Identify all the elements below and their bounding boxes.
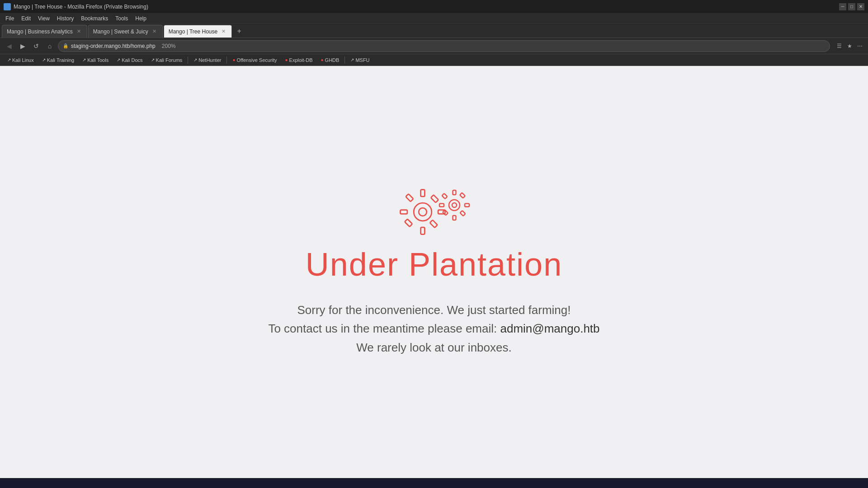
gears-illustration xyxy=(398,187,470,237)
url-text: staging-order.mango.htb/home.php xyxy=(71,43,156,49)
svg-point-0 xyxy=(414,203,432,221)
new-tab-button[interactable]: + xyxy=(233,25,245,38)
menu-history[interactable]: History xyxy=(53,14,77,23)
tab-close-business[interactable]: ✕ xyxy=(75,28,82,35)
titlebar: Mango | Tree House - Mozilla Firefox (Pr… xyxy=(0,0,868,14)
message-line2-prefix: To contact us in the meantime please ema… xyxy=(268,322,497,335)
menu-file[interactable]: File xyxy=(2,14,18,23)
menu-help[interactable]: Help xyxy=(132,14,150,23)
bookmark-kali-tools[interactable]: ↗ Kali Tools xyxy=(79,56,112,64)
svg-rect-14 xyxy=(439,203,444,206)
bookmark-star-icon[interactable]: ★ xyxy=(845,42,854,51)
zoom-level: 200% xyxy=(162,43,176,49)
svg-rect-9 xyxy=(431,195,439,202)
bookmark-offensive-security[interactable]: ● Offensive Security xyxy=(229,56,280,64)
page-title: Under Plantation xyxy=(306,246,562,283)
svg-rect-2 xyxy=(421,189,425,196)
tab-label-treehouse: Mango | Tree House xyxy=(169,28,218,35)
bookmark-icon-offsec: ● xyxy=(232,57,235,62)
svg-rect-19 xyxy=(460,192,465,198)
bookmark-icon-exploitdb: ● xyxy=(285,57,288,62)
maximize-button[interactable]: □ xyxy=(848,3,855,10)
bookmark-kali-forums[interactable]: ↗ Kali Forums xyxy=(147,56,186,64)
more-icon[interactable]: ⋯ xyxy=(855,42,864,51)
svg-rect-15 xyxy=(465,203,469,206)
menu-edit[interactable]: Edit xyxy=(18,14,34,23)
tab-close-sweet[interactable]: ✕ xyxy=(151,28,158,35)
tab-business-analytics[interactable]: Mango | Business Analytics ✕ xyxy=(2,25,87,38)
menubar: File Edit View History Bookmarks Tools H… xyxy=(0,14,868,23)
svg-rect-7 xyxy=(430,220,438,227)
message-line2: To contact us in the meantime please ema… xyxy=(268,319,599,338)
bookmark-ghdb[interactable]: ● GHDB xyxy=(317,56,343,64)
bookmark-kali-training[interactable]: ↗ Kali Training xyxy=(38,56,78,64)
addressbar: ◀ ▶ ↺ ⌂ 🔒 staging-order.mango.htb/home.p… xyxy=(0,38,868,54)
home-button[interactable]: ⌂ xyxy=(44,41,55,52)
svg-rect-18 xyxy=(443,210,448,215)
tabbar: Mango | Business Analytics ✕ Mango | Swe… xyxy=(0,23,868,38)
svg-point-10 xyxy=(449,200,460,211)
bookmark-separator-3 xyxy=(344,56,345,64)
bookmark-icon-kali-tools: ↗ xyxy=(82,57,86,62)
message-line3: We rarely look at our inboxes. xyxy=(268,338,599,357)
bookmark-nethunter[interactable]: ↗ NetHunter xyxy=(190,56,225,64)
bookmark-icon-kali-forums: ↗ xyxy=(151,57,155,62)
svg-rect-8 xyxy=(405,219,412,226)
svg-point-11 xyxy=(452,203,457,207)
url-bar[interactable]: 🔒 staging-order.mango.htb/home.php 200% xyxy=(58,40,830,52)
forward-button[interactable]: ▶ xyxy=(17,41,28,52)
bookmark-icon-kali-linux: ↗ xyxy=(7,57,11,62)
reload-button[interactable]: ↺ xyxy=(31,41,42,52)
small-gear-icon xyxy=(439,189,470,221)
bookmark-icon-nethunter: ↗ xyxy=(193,57,197,62)
page-message: Sorry for the inconvenience. We just sta… xyxy=(268,301,599,357)
svg-rect-13 xyxy=(453,216,456,220)
menu-tools[interactable]: Tools xyxy=(112,14,132,23)
message-line1: Sorry for the inconvenience. We just sta… xyxy=(268,301,599,320)
tab-label-business: Mango | Business Analytics xyxy=(7,28,73,35)
svg-rect-17 xyxy=(460,211,465,216)
bookmark-icon-ghdb: ● xyxy=(321,57,324,62)
svg-point-1 xyxy=(419,208,427,216)
firefox-icon xyxy=(4,3,11,10)
tab-label-sweet: Mango | Sweet & Juicy xyxy=(93,28,148,35)
bookmark-msfu[interactable]: ↗ MSFU xyxy=(347,56,373,64)
minimize-button[interactable]: ─ xyxy=(839,3,846,10)
svg-rect-6 xyxy=(406,194,413,202)
svg-rect-12 xyxy=(453,190,456,195)
bookmarks-bar: ↗ Kali Linux ↗ Kali Training ↗ Kali Tool… xyxy=(0,54,868,66)
bookmark-exploit-db[interactable]: ● Exploit-DB xyxy=(282,56,316,64)
menu-view[interactable]: View xyxy=(34,14,53,23)
page-content: Under Plantation Sorry for the inconveni… xyxy=(0,66,868,478)
lock-icon: 🔒 xyxy=(63,43,68,48)
window-controls[interactable]: ─ □ ✕ xyxy=(839,3,864,10)
contact-email: admin@mango.htb xyxy=(500,322,599,335)
bookmark-separator-1 xyxy=(188,56,188,64)
bookmark-separator-2 xyxy=(226,56,227,64)
tab-sweet-juicy[interactable]: Mango | Sweet & Juicy ✕ xyxy=(88,25,163,38)
bookmark-icon-kali-training: ↗ xyxy=(42,57,46,62)
bookmark-icon-msfu: ↗ xyxy=(350,57,354,62)
reader-view-icon[interactable]: ☰ xyxy=(835,42,844,51)
bookmark-icon-kali-docs: ↗ xyxy=(117,57,120,62)
bookmark-kali-docs[interactable]: ↗ Kali Docs xyxy=(113,56,146,64)
close-button[interactable]: ✕ xyxy=(857,3,864,10)
svg-rect-4 xyxy=(401,210,407,214)
window-title: Mango | Tree House - Mozilla Firefox (Pr… xyxy=(14,4,839,10)
svg-rect-3 xyxy=(421,227,425,234)
svg-rect-16 xyxy=(442,193,447,199)
back-button[interactable]: ◀ xyxy=(4,41,14,52)
bookmark-kali-linux[interactable]: ↗ Kali Linux xyxy=(4,56,38,64)
browser-action-icons: ☰ ★ ⋯ xyxy=(835,42,864,51)
tab-close-treehouse[interactable]: ✕ xyxy=(220,28,227,35)
menu-bookmarks[interactable]: Bookmarks xyxy=(77,14,112,23)
tab-tree-house[interactable]: Mango | Tree House ✕ xyxy=(164,25,232,38)
